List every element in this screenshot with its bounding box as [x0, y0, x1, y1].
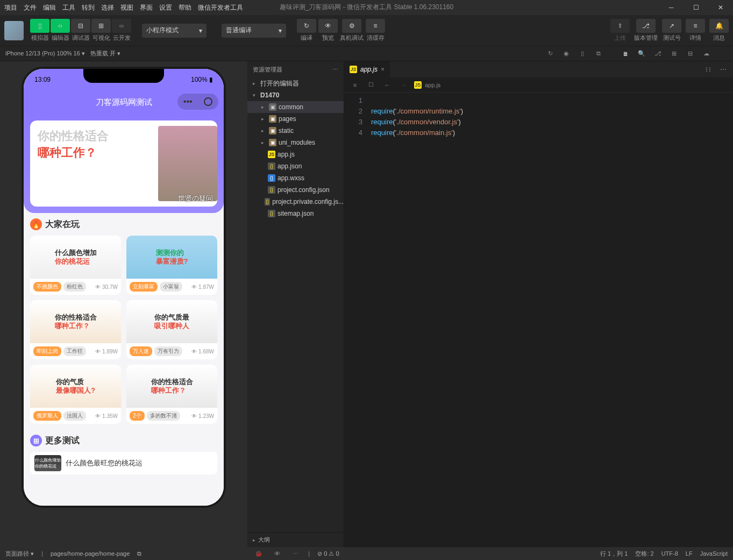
card-tag: 即刻上岗: [33, 346, 61, 356]
file-item[interactable]: JSapp.js: [247, 148, 344, 160]
phone-notch: [83, 69, 164, 83]
editor-more-icon[interactable]: ⋯: [718, 64, 729, 75]
root-folder[interactable]: ▾D1470: [247, 89, 344, 101]
search-icon[interactable]: 🔍: [636, 48, 647, 59]
bookmark-icon[interactable]: ☐: [366, 80, 376, 90]
language-mode[interactable]: JavaScript: [700, 550, 728, 557]
capsule-menu-icon[interactable]: •••: [183, 97, 193, 107]
grid-icon[interactable]: ⊞: [668, 48, 679, 59]
file-item[interactable]: {}app.json: [247, 160, 344, 172]
editor-tab[interactable]: JS app.js ×: [344, 61, 390, 77]
capsule-close-icon[interactable]: [204, 97, 212, 106]
back-icon[interactable]: ←: [382, 80, 393, 90]
project-avatar[interactable]: [4, 21, 24, 40]
message-button[interactable]: 🔔: [709, 19, 729, 33]
folder-item[interactable]: ▸▣static: [247, 125, 344, 137]
forward-icon[interactable]: →: [398, 80, 409, 90]
more-list-item[interactable]: 什么颜色增加你的桃花运 什么颜色最旺您的桃花运: [30, 452, 217, 474]
code-editor[interactable]: 12require('./common/runtime.js')3require…: [344, 93, 733, 547]
menu-select[interactable]: 选择: [101, 3, 114, 12]
quiz-card[interactable]: 测测你的暴富潜质? 立刻暴富小富翁👁 1.87W: [126, 236, 217, 295]
split-editor-icon[interactable]: ⫶⫶: [703, 64, 714, 75]
menu-interface[interactable]: 界面: [140, 3, 153, 12]
hero-card[interactable]: 你的性格适合 哪种工作？ 世贤の疑问: [30, 120, 217, 207]
explorer-more-icon[interactable]: ⋯: [332, 66, 338, 73]
test-button[interactable]: ↗: [662, 19, 681, 33]
refresh-icon[interactable]: ↻: [545, 48, 556, 59]
menu-view[interactable]: 视图: [120, 3, 133, 12]
compile-button[interactable]: ↻: [297, 19, 316, 33]
copy-path-icon[interactable]: ⧉: [137, 550, 141, 557]
clear-cache-button[interactable]: ≡: [366, 19, 385, 33]
file-item[interactable]: {}project.private.config.js...: [247, 196, 344, 208]
debugger-button[interactable]: ⊟: [71, 19, 90, 33]
copy-icon[interactable]: ⧉: [593, 48, 604, 59]
minimize-button[interactable]: ─: [659, 0, 684, 15]
version-button[interactable]: ⎇: [636, 19, 656, 33]
menu-tool[interactable]: 工具: [62, 3, 75, 12]
quiz-card[interactable]: 你的气质最像哪国人? 俄罗斯人法国人👁 1.35W: [30, 365, 121, 424]
folder-item[interactable]: ▸▣uni_modules: [247, 137, 344, 148]
menu-goto[interactable]: 转到: [82, 3, 95, 12]
hot-reload-toggle[interactable]: 热重载 开 ▾: [90, 49, 120, 58]
simulator-button[interactable]: ▯: [30, 19, 49, 33]
visual-button[interactable]: ⊞: [91, 19, 111, 33]
encoding[interactable]: UTF-8: [661, 550, 678, 557]
breadcrumb[interactable]: JS app.js: [414, 81, 440, 89]
phone-content[interactable]: 你的性格适合 哪种工作？ 世贤の疑问 🔥大家在玩 什么颜色增加你的桃花运 不挑颜…: [24, 114, 224, 506]
folder-item[interactable]: ▸▣pages: [247, 113, 344, 125]
menu-edit[interactable]: 编辑: [43, 3, 56, 12]
bug-icon[interactable]: 🐞: [253, 548, 264, 559]
git-icon[interactable]: ⎇: [652, 48, 663, 59]
details-button[interactable]: ≡: [686, 19, 705, 33]
problems-count[interactable]: ⊘ 0 ⚠ 0: [317, 550, 339, 557]
cursor-position[interactable]: 行 1，列 1: [600, 550, 628, 558]
folder-item[interactable]: ▸▣common: [247, 101, 344, 113]
quiz-card[interactable]: 什么颜色增加你的桃花运 不挑颜色粉红色👁 30.7W: [30, 236, 121, 295]
capsule-button[interactable]: •••: [177, 94, 218, 110]
explorer-icon[interactable]: 🗎: [620, 48, 631, 59]
phone-time: 13:09: [34, 76, 51, 83]
page-path[interactable]: pages/home-page/home-page: [51, 550, 130, 557]
list-icon[interactable]: ≡: [350, 80, 360, 90]
card-tag: 2个: [130, 411, 145, 421]
file-item[interactable]: {}app.wxss: [247, 172, 344, 184]
record-icon[interactable]: ◉: [561, 48, 572, 59]
outline-section[interactable]: ▸大纲: [247, 532, 344, 547]
phone-frame: 13:09 100% ▮ 刀客源码网测试 ••• 你的性格适合 哪种工作？: [22, 67, 226, 508]
quiz-card[interactable]: 你的气质最吸引哪种人 万人迷万有引力👁 1.68W: [126, 300, 217, 359]
cloud-button[interactable]: ∞: [112, 19, 131, 33]
mode-dropdown[interactable]: 小程序模式▾: [142, 24, 207, 38]
indent-setting[interactable]: 空格: 2: [635, 550, 653, 558]
panel-icon[interactable]: ⊟: [685, 48, 695, 59]
more-icon[interactable]: ⋯: [290, 548, 301, 559]
upload-button[interactable]: ⬆: [610, 19, 630, 33]
editor-label: 编辑器: [51, 34, 70, 42]
quiz-card[interactable]: 你的性格适合哪种工作？ 2个多的数不清👁 1.23W: [126, 365, 217, 424]
menu-help[interactable]: 帮助: [179, 3, 191, 12]
editor-button[interactable]: ‹›: [51, 19, 70, 33]
close-button[interactable]: ✕: [708, 0, 733, 15]
cloud-icon[interactable]: ☁: [701, 48, 711, 59]
file-item[interactable]: {}sitemap.json: [247, 208, 344, 219]
compile-dropdown[interactable]: 普通编译▾: [222, 24, 286, 38]
device-select[interactable]: iPhone 12/13 (Pro) 100% 16 ▾: [5, 50, 85, 57]
open-editors-section[interactable]: ▸打开的编辑器: [247, 77, 344, 89]
menu-wxdevtools[interactable]: 微信开发者工具: [198, 3, 243, 12]
eol[interactable]: LF: [686, 550, 693, 557]
menu-file[interactable]: 文件: [24, 3, 37, 12]
card-tag: 万有引力: [154, 346, 182, 356]
phone-battery: 100%: [191, 76, 208, 83]
menu-project[interactable]: 项目: [4, 3, 17, 12]
maximize-button[interactable]: ☐: [684, 0, 708, 15]
menu-settings[interactable]: 设置: [159, 3, 172, 12]
eye-icon[interactable]: 👁: [272, 548, 282, 559]
quiz-card[interactable]: 你的性格适合哪种工作？ 即刻上岗工作狂👁 1.89W: [30, 300, 121, 359]
phone-nav-bar: 刀客源码网测试 •••: [24, 90, 224, 114]
real-debug-button[interactable]: ⚙: [342, 19, 361, 33]
card-image: 你的性格适合哪种工作？: [126, 365, 217, 408]
preview-button[interactable]: 👁: [318, 19, 338, 33]
file-item[interactable]: {}project.config.json: [247, 184, 344, 196]
tab-close-icon[interactable]: ×: [381, 66, 385, 73]
mobile-icon[interactable]: ▯: [577, 48, 588, 59]
